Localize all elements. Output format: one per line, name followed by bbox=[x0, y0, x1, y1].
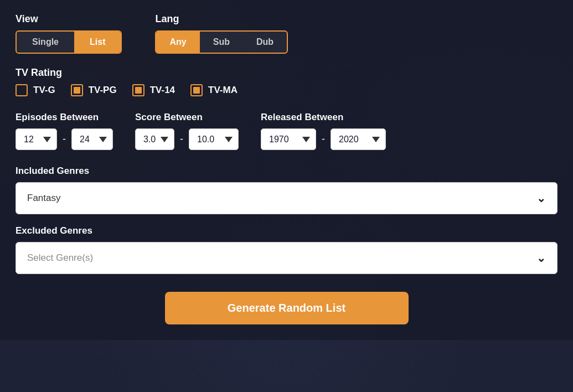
rating-tvg-label: TV-G bbox=[33, 85, 55, 96]
episodes-label: Episodes Between bbox=[16, 112, 113, 123]
lang-toggle-group: Any Sub Dub bbox=[155, 30, 288, 54]
released-section: Released Between 1970 1950 1960 1980 199… bbox=[261, 112, 386, 150]
rating-tvma[interactable]: TV-MA bbox=[190, 84, 238, 96]
score-inputs: 3.0 1.0 2.0 4.0 5.0 - 10.0 5.0 6.0 7.0 8… bbox=[135, 128, 239, 150]
included-genres-label: Included Genres bbox=[16, 166, 557, 177]
rating-tvg[interactable]: TV-G bbox=[16, 84, 55, 96]
included-genres-chevron-icon: ⌄ bbox=[536, 192, 546, 205]
main-panel: View Single List Lang Any Sub Dub TV Rat… bbox=[0, 0, 573, 340]
excluded-genres-placeholder: Select Genre(s) bbox=[27, 252, 93, 264]
view-list-button[interactable]: List bbox=[74, 32, 121, 53]
rating-tvpg[interactable]: TV-PG bbox=[71, 84, 117, 96]
excluded-genres-chevron-icon: ⌄ bbox=[536, 251, 546, 265]
score-min-select[interactable]: 3.0 1.0 2.0 4.0 5.0 bbox=[135, 128, 174, 150]
episodes-min-select[interactable]: 12 1 6 24 48 100 bbox=[16, 128, 57, 150]
rating-tvpg-checkbox[interactable] bbox=[71, 84, 83, 96]
score-max-select[interactable]: 10.0 5.0 6.0 7.0 8.0 9.0 bbox=[189, 128, 239, 150]
generate-random-list-button[interactable]: Generate Random List bbox=[165, 292, 409, 324]
range-row: Episodes Between 12 1 6 24 48 100 - 24 1… bbox=[16, 112, 557, 150]
lang-sub-button[interactable]: Sub bbox=[200, 32, 243, 53]
view-single-button[interactable]: Single bbox=[17, 32, 74, 53]
lang-dub-button[interactable]: Dub bbox=[243, 32, 287, 53]
excluded-genres-dropdown[interactable]: Select Genre(s) ⌄ bbox=[16, 242, 557, 274]
included-genres-value: Fantasy bbox=[27, 193, 60, 204]
episodes-inputs: 12 1 6 24 48 100 - 24 12 48 100 200 500 bbox=[16, 128, 113, 150]
lang-label: Lang bbox=[155, 13, 288, 25]
episodes-max-select[interactable]: 24 12 48 100 200 500 bbox=[71, 128, 113, 150]
excluded-genres-section: Excluded Genres Select Genre(s) ⌄ bbox=[16, 225, 557, 274]
episodes-separator: - bbox=[63, 133, 66, 145]
score-label: Score Between bbox=[135, 112, 239, 123]
lang-section: Lang Any Sub Dub bbox=[155, 13, 288, 54]
tv-rating-label: TV Rating bbox=[16, 67, 557, 79]
released-separator: - bbox=[322, 133, 325, 145]
rating-tv14[interactable]: TV-14 bbox=[132, 84, 175, 96]
score-section: Score Between 3.0 1.0 2.0 4.0 5.0 - 10.0… bbox=[135, 112, 239, 150]
tv-rating-section: TV Rating TV-G TV-PG TV-14 TV-MA bbox=[16, 67, 557, 96]
rating-tv14-checkbox[interactable] bbox=[132, 84, 144, 96]
rating-tvma-label: TV-MA bbox=[208, 85, 238, 96]
released-label: Released Between bbox=[261, 112, 386, 123]
generate-btn-container: Generate Random List bbox=[16, 292, 557, 324]
rating-tvpg-label: TV-PG bbox=[89, 85, 117, 96]
rating-tvg-checkbox[interactable] bbox=[16, 84, 28, 96]
lang-any-button[interactable]: Any bbox=[156, 32, 199, 53]
episodes-section: Episodes Between 12 1 6 24 48 100 - 24 1… bbox=[16, 112, 113, 150]
score-separator: - bbox=[180, 133, 183, 145]
included-genres-dropdown[interactable]: Fantasy ⌄ bbox=[16, 182, 557, 214]
rating-tv14-label: TV-14 bbox=[150, 85, 175, 96]
released-min-select[interactable]: 1970 1950 1960 1980 1990 2000 bbox=[261, 128, 316, 150]
released-inputs: 1970 1950 1960 1980 1990 2000 - 2020 198… bbox=[261, 128, 386, 150]
excluded-genres-label: Excluded Genres bbox=[16, 225, 557, 236]
included-genres-section: Included Genres Fantasy ⌄ bbox=[16, 166, 557, 214]
view-section: View Single List bbox=[16, 13, 122, 54]
view-lang-row: View Single List Lang Any Sub Dub bbox=[16, 13, 557, 54]
rating-options: TV-G TV-PG TV-14 TV-MA bbox=[16, 84, 557, 96]
rating-tvma-checkbox[interactable] bbox=[190, 84, 203, 96]
view-label: View bbox=[16, 13, 122, 25]
released-max-select[interactable]: 2020 1980 1990 2000 2010 2023 bbox=[331, 128, 386, 150]
view-toggle-group: Single List bbox=[16, 30, 122, 54]
